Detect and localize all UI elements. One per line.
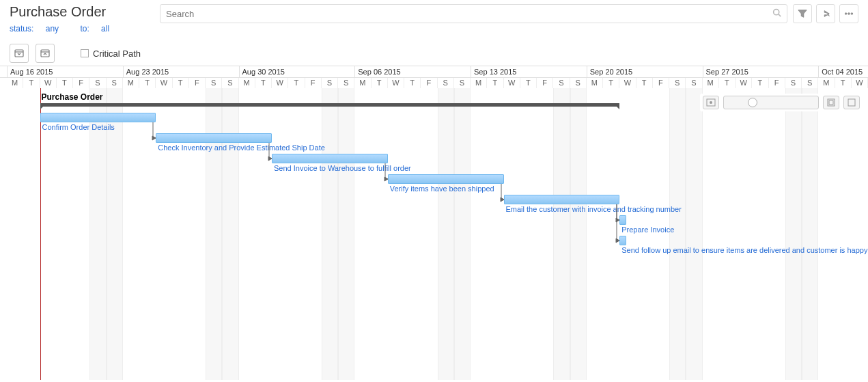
dow-cell: S <box>454 78 471 88</box>
dow-cell: S <box>570 78 587 88</box>
week-header: Aug 16 2015 <box>7 66 123 77</box>
svg-rect-13 <box>848 99 855 106</box>
weekend-band <box>669 88 686 380</box>
dow-cell: S <box>802 78 818 88</box>
task-bar[interactable] <box>504 195 620 204</box>
dow-cell: T <box>603 78 619 88</box>
zoom-fit-button[interactable] <box>703 96 719 109</box>
weekend-band <box>206 88 222 380</box>
dow-cell: T <box>835 78 852 88</box>
search-input[interactable] <box>166 9 772 19</box>
dow-cell: M <box>239 78 255 88</box>
filter-button[interactable] <box>793 4 812 23</box>
filter-status[interactable]: status: any <box>10 24 68 33</box>
gantt-chart[interactable]: Purchase OrderConfirm Order DetailsCheck… <box>0 88 868 380</box>
week-header: Sep 13 2015 <box>471 66 587 77</box>
dow-cell: F <box>421 78 437 88</box>
week-header: Sep 20 2015 <box>587 66 703 77</box>
dow-cell: F <box>537 78 553 88</box>
more-menu-button[interactable] <box>839 4 858 23</box>
weekend-band <box>553 88 570 380</box>
dow-cell: S <box>669 78 686 88</box>
dow-cell: W <box>736 78 752 88</box>
week-header: Aug 23 2015 <box>123 66 239 77</box>
summary-label: Purchase Order <box>42 92 103 102</box>
dow-cell: S <box>438 78 454 88</box>
dow-cell: M <box>471 78 487 88</box>
week-header: Oct 04 2015 <box>818 66 868 77</box>
zoom-mode-b-button[interactable] <box>843 96 860 109</box>
zoom-knob[interactable] <box>748 98 757 107</box>
summary-bar[interactable] <box>40 103 620 107</box>
svg-point-4 <box>851 13 853 15</box>
dow-cell: T <box>520 78 537 88</box>
today-line <box>40 88 41 380</box>
dow-cell: T <box>404 78 421 88</box>
svg-point-10 <box>710 101 712 104</box>
task-bar[interactable] <box>156 133 272 143</box>
dependency-arrow <box>499 181 509 204</box>
task-label: Confirm Order Details <box>42 123 115 131</box>
dow-cell: T <box>57 78 73 88</box>
dow-cell: F <box>73 78 89 88</box>
task-label: Send follow up email to ensure items are… <box>621 246 867 254</box>
dow-cell: M <box>7 78 23 88</box>
dow-cell: T <box>23 78 40 88</box>
dow-cell: T <box>719 78 736 88</box>
dow-cell: W <box>852 78 868 88</box>
collapse-all-button[interactable] <box>10 44 29 63</box>
dow-cell: W <box>619 78 636 88</box>
dow-cell: M <box>123 78 139 88</box>
page-title: Purchase Order <box>10 4 160 20</box>
zoom-slider[interactable] <box>723 96 819 109</box>
critical-path-label: Critical Path <box>93 49 141 59</box>
dow-cell: T <box>173 78 189 88</box>
weekend-band <box>222 88 238 380</box>
weekend-band <box>338 88 354 380</box>
dow-cell: W <box>272 78 288 88</box>
dow-cell: M <box>818 78 835 88</box>
weekend-band <box>454 88 471 380</box>
svg-point-3 <box>848 13 850 15</box>
task-bar[interactable] <box>40 113 156 122</box>
task-bar[interactable] <box>272 154 388 163</box>
dow-cell: W <box>40 78 57 88</box>
weekend-band <box>107 88 123 380</box>
weekend-band <box>802 88 818 380</box>
dow-cell: T <box>752 78 768 88</box>
svg-rect-12 <box>829 100 833 105</box>
zoom-mode-a-button[interactable] <box>823 96 839 109</box>
dow-cell: S <box>785 78 802 88</box>
share-button[interactable] <box>816 4 835 23</box>
search-box[interactable] <box>160 4 787 23</box>
dow-cell: T <box>372 78 388 88</box>
dow-cell: T <box>288 78 305 88</box>
dow-cell: M <box>354 78 371 88</box>
dow-cell: W <box>504 78 520 88</box>
weekend-band <box>785 88 802 380</box>
weekend-band <box>686 88 702 380</box>
week-header: Sep 27 2015 <box>703 66 819 77</box>
svg-point-2 <box>845 13 847 15</box>
task-label: Check Inventory and Provide Estimated Sh… <box>158 144 325 152</box>
search-icon <box>772 8 781 19</box>
expand-all-button[interactable] <box>36 44 55 63</box>
dow-cell: S <box>322 78 338 88</box>
zoom-widget <box>700 94 863 111</box>
dow-cell: S <box>89 78 106 88</box>
dow-cell: M <box>703 78 719 88</box>
critical-path-checkbox[interactable] <box>81 49 89 57</box>
task-bar[interactable] <box>388 174 504 184</box>
dow-cell: W <box>156 78 172 88</box>
dependency-arrow <box>382 161 393 183</box>
svg-line-1 <box>779 14 781 16</box>
dow-cell: F <box>189 78 206 88</box>
dow-cell: S <box>553 78 570 88</box>
dow-cell: T <box>139 78 156 88</box>
dow-cell: M <box>587 78 603 88</box>
timeline-dow-row: MTWTFSSMTWTFSSMTWTFSSMTWTFSSMTWTFSSMTWTF… <box>0 78 868 89</box>
weekend-band <box>89 88 106 380</box>
filter-to[interactable]: to: all <box>80 24 119 33</box>
dow-cell: T <box>487 78 503 88</box>
task-label: Email the customer with invoice and trac… <box>506 205 682 213</box>
